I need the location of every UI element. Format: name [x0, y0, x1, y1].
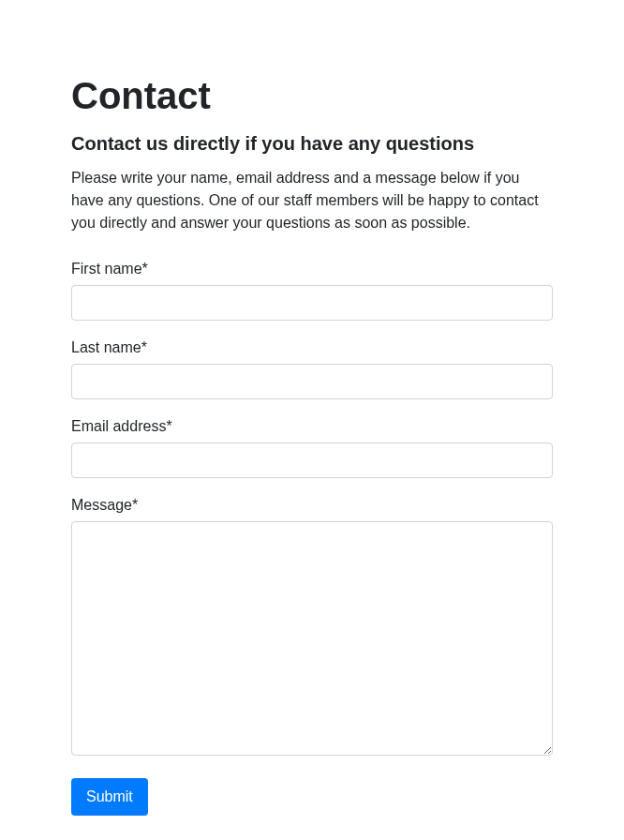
submit-button[interactable]: Submit	[71, 778, 148, 816]
message-label: Message*	[71, 497, 553, 514]
last-name-input[interactable]	[71, 364, 553, 399]
message-textarea[interactable]	[71, 521, 553, 756]
page-subtitle: Contact us directly if you have any ques…	[71, 131, 553, 156]
contact-form: First name* Last name* Email address* Me…	[71, 261, 553, 816]
first-name-input[interactable]	[71, 285, 553, 321]
intro-text: Please write your name, email address an…	[71, 167, 553, 234]
email-input[interactable]	[71, 442, 553, 478]
first-name-label: First name*	[71, 261, 553, 278]
email-label: Email address*	[71, 418, 553, 435]
page-title: Contact	[71, 73, 553, 118]
last-name-label: Last name*	[71, 339, 553, 356]
